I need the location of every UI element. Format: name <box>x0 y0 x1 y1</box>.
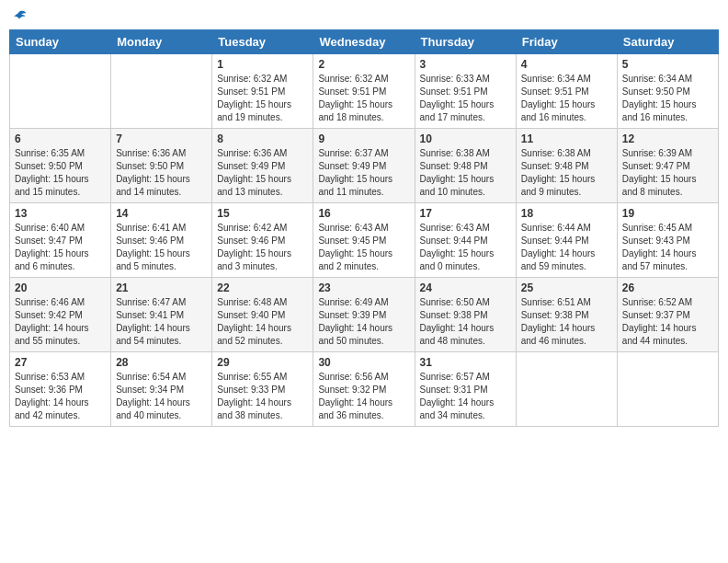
calendar-cell: 11Sunrise: 6:38 AMSunset: 9:48 PMDayligh… <box>516 129 617 203</box>
day-number: 4 <box>521 58 612 71</box>
day-info: Sunrise: 6:37 AMSunset: 9:49 PMDaylight:… <box>318 147 409 199</box>
day-info: Sunrise: 6:57 AMSunset: 9:31 PMDaylight:… <box>420 371 511 422</box>
day-info: Sunrise: 6:32 AMSunset: 9:51 PMDaylight:… <box>217 73 308 124</box>
day-number: 11 <box>521 132 612 145</box>
day-number: 13 <box>15 207 106 220</box>
day-number: 25 <box>521 282 612 294</box>
calendar-week-row: 13Sunrise: 6:40 AMSunset: 9:47 PMDayligh… <box>10 203 719 278</box>
calendar-week-row: 20Sunrise: 6:46 AMSunset: 9:42 PMDayligh… <box>10 278 719 352</box>
day-info: Sunrise: 6:48 AMSunset: 9:40 PMDaylight:… <box>217 296 308 348</box>
day-number: 29 <box>217 356 308 369</box>
calendar-cell: 13Sunrise: 6:40 AMSunset: 9:47 PMDayligh… <box>10 203 111 278</box>
calendar-cell: 17Sunrise: 6:43 AMSunset: 9:44 PMDayligh… <box>415 203 516 278</box>
day-info: Sunrise: 6:43 AMSunset: 9:44 PMDaylight:… <box>420 222 511 273</box>
day-number: 16 <box>318 207 409 220</box>
day-info: Sunrise: 6:54 AMSunset: 9:34 PMDaylight:… <box>116 371 207 422</box>
calendar-cell <box>516 352 617 427</box>
day-info: Sunrise: 6:34 AMSunset: 9:50 PMDaylight:… <box>622 73 713 124</box>
day-number: 31 <box>420 356 511 369</box>
calendar-cell: 8Sunrise: 6:36 AMSunset: 9:49 PMDaylight… <box>212 129 313 203</box>
day-number: 5 <box>622 58 713 71</box>
day-number: 14 <box>116 207 207 220</box>
day-number: 20 <box>15 282 106 294</box>
calendar-cell: 4Sunrise: 6:34 AMSunset: 9:51 PMDaylight… <box>516 54 617 129</box>
calendar-week-row: 1Sunrise: 6:32 AMSunset: 9:51 PMDaylight… <box>10 54 719 129</box>
day-info: Sunrise: 6:36 AMSunset: 9:50 PMDaylight:… <box>116 147 207 199</box>
calendar-cell: 21Sunrise: 6:47 AMSunset: 9:41 PMDayligh… <box>111 278 212 352</box>
calendar-cell: 30Sunrise: 6:56 AMSunset: 9:32 PMDayligh… <box>313 352 415 427</box>
calendar-cell: 1Sunrise: 6:32 AMSunset: 9:51 PMDaylight… <box>212 54 313 129</box>
calendar-week-row: 27Sunrise: 6:53 AMSunset: 9:36 PMDayligh… <box>10 352 719 427</box>
day-of-week-header: Tuesday <box>212 30 313 54</box>
day-info: Sunrise: 6:44 AMSunset: 9:44 PMDaylight:… <box>521 222 612 273</box>
day-number: 15 <box>217 207 308 220</box>
calendar-cell: 20Sunrise: 6:46 AMSunset: 9:42 PMDayligh… <box>10 278 111 352</box>
calendar-cell: 16Sunrise: 6:43 AMSunset: 9:45 PMDayligh… <box>313 203 415 278</box>
day-info: Sunrise: 6:39 AMSunset: 9:47 PMDaylight:… <box>622 147 713 199</box>
calendar-week-row: 6Sunrise: 6:35 AMSunset: 9:50 PMDaylight… <box>10 129 719 203</box>
day-number: 7 <box>116 132 207 145</box>
calendar-cell: 3Sunrise: 6:33 AMSunset: 9:51 PMDaylight… <box>415 54 516 129</box>
day-info: Sunrise: 6:32 AMSunset: 9:51 PMDaylight:… <box>318 73 409 124</box>
day-number: 27 <box>15 356 106 369</box>
calendar-cell: 10Sunrise: 6:38 AMSunset: 9:48 PMDayligh… <box>415 129 516 203</box>
calendar-cell: 29Sunrise: 6:55 AMSunset: 9:33 PMDayligh… <box>212 352 313 427</box>
day-info: Sunrise: 6:41 AMSunset: 9:46 PMDaylight:… <box>116 222 207 273</box>
day-info: Sunrise: 6:33 AMSunset: 9:51 PMDaylight:… <box>420 73 511 124</box>
day-number: 18 <box>521 207 612 220</box>
day-info: Sunrise: 6:42 AMSunset: 9:46 PMDaylight:… <box>217 222 308 273</box>
day-info: Sunrise: 6:50 AMSunset: 9:38 PMDaylight:… <box>420 296 511 348</box>
day-info: Sunrise: 6:53 AMSunset: 9:36 PMDaylight:… <box>15 371 106 422</box>
day-of-week-header: Wednesday <box>313 30 415 54</box>
day-number: 2 <box>318 58 409 71</box>
logo <box>9 9 28 22</box>
day-info: Sunrise: 6:45 AMSunset: 9:43 PMDaylight:… <box>622 222 713 273</box>
day-number: 22 <box>217 282 308 294</box>
calendar-cell: 7Sunrise: 6:36 AMSunset: 9:50 PMDaylight… <box>111 129 212 203</box>
day-of-week-header: Monday <box>111 30 212 54</box>
page-header <box>9 9 719 22</box>
logo-bird-icon <box>11 9 28 26</box>
day-of-week-header: Thursday <box>415 30 516 54</box>
day-number: 19 <box>622 207 713 220</box>
calendar-cell: 28Sunrise: 6:54 AMSunset: 9:34 PMDayligh… <box>111 352 212 427</box>
day-info: Sunrise: 6:51 AMSunset: 9:38 PMDaylight:… <box>521 296 612 348</box>
day-number: 30 <box>318 356 409 369</box>
day-info: Sunrise: 6:47 AMSunset: 9:41 PMDaylight:… <box>116 296 207 348</box>
calendar-cell: 2Sunrise: 6:32 AMSunset: 9:51 PMDaylight… <box>313 54 415 129</box>
day-number: 17 <box>420 207 511 220</box>
day-info: Sunrise: 6:55 AMSunset: 9:33 PMDaylight:… <box>217 371 308 422</box>
calendar-cell: 24Sunrise: 6:50 AMSunset: 9:38 PMDayligh… <box>415 278 516 352</box>
day-info: Sunrise: 6:52 AMSunset: 9:37 PMDaylight:… <box>622 296 713 348</box>
day-of-week-header: Friday <box>516 30 617 54</box>
calendar-cell: 12Sunrise: 6:39 AMSunset: 9:47 PMDayligh… <box>617 129 718 203</box>
day-info: Sunrise: 6:49 AMSunset: 9:39 PMDaylight:… <box>318 296 409 348</box>
day-info: Sunrise: 6:46 AMSunset: 9:42 PMDaylight:… <box>15 296 106 348</box>
calendar-cell: 18Sunrise: 6:44 AMSunset: 9:44 PMDayligh… <box>516 203 617 278</box>
calendar-header-row: SundayMondayTuesdayWednesdayThursdayFrid… <box>10 30 719 54</box>
day-of-week-header: Sunday <box>10 30 111 54</box>
day-info: Sunrise: 6:40 AMSunset: 9:47 PMDaylight:… <box>15 222 106 273</box>
calendar-cell: 15Sunrise: 6:42 AMSunset: 9:46 PMDayligh… <box>212 203 313 278</box>
calendar-cell <box>111 54 212 129</box>
day-info: Sunrise: 6:56 AMSunset: 9:32 PMDaylight:… <box>318 371 409 422</box>
day-number: 1 <box>217 58 308 71</box>
calendar-cell <box>10 54 111 129</box>
calendar-cell: 5Sunrise: 6:34 AMSunset: 9:50 PMDaylight… <box>617 54 718 129</box>
day-number: 26 <box>622 282 713 294</box>
calendar-cell: 19Sunrise: 6:45 AMSunset: 9:43 PMDayligh… <box>617 203 718 278</box>
day-info: Sunrise: 6:36 AMSunset: 9:49 PMDaylight:… <box>217 147 308 199</box>
calendar-cell: 23Sunrise: 6:49 AMSunset: 9:39 PMDayligh… <box>313 278 415 352</box>
day-number: 10 <box>420 132 511 145</box>
day-of-week-header: Saturday <box>617 30 718 54</box>
calendar-cell: 9Sunrise: 6:37 AMSunset: 9:49 PMDaylight… <box>313 129 415 203</box>
calendar-cell: 27Sunrise: 6:53 AMSunset: 9:36 PMDayligh… <box>10 352 111 427</box>
day-info: Sunrise: 6:38 AMSunset: 9:48 PMDaylight:… <box>521 147 612 199</box>
calendar-cell: 25Sunrise: 6:51 AMSunset: 9:38 PMDayligh… <box>516 278 617 352</box>
calendar-cell: 14Sunrise: 6:41 AMSunset: 9:46 PMDayligh… <box>111 203 212 278</box>
day-number: 3 <box>420 58 511 71</box>
day-number: 21 <box>116 282 207 294</box>
calendar-cell: 31Sunrise: 6:57 AMSunset: 9:31 PMDayligh… <box>415 352 516 427</box>
day-number: 8 <box>217 132 308 145</box>
calendar-table: SundayMondayTuesdayWednesdayThursdayFrid… <box>9 29 719 427</box>
